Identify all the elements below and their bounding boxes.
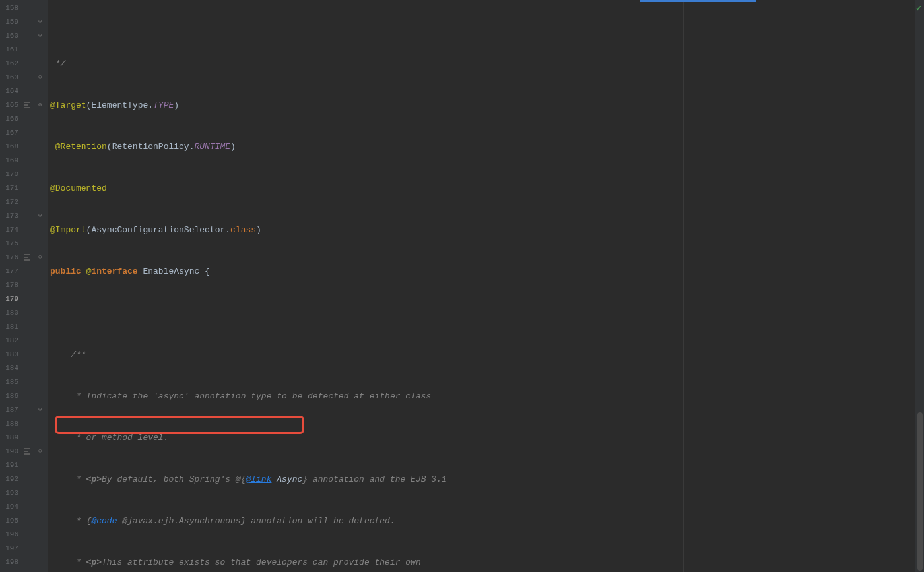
line-number[interactable]: 169 [0, 154, 18, 168]
scrollbar-thumb[interactable] [917, 412, 923, 571]
annotation: @Retention [50, 142, 107, 152]
line-number[interactable]: 179 [0, 292, 18, 306]
line-number[interactable]: 195 [0, 514, 18, 528]
line-number[interactable]: 181 [0, 320, 18, 334]
line-number[interactable]: 183 [0, 348, 18, 362]
line-number[interactable]: 196 [0, 528, 18, 542]
annotations-gutter[interactable] [22, 0, 37, 572]
annotation: @Documented [50, 183, 107, 193]
line-number[interactable]: 163 [0, 71, 18, 84]
line-number[interactable]: 184 [0, 362, 18, 375]
fold-toggle-icon[interactable]: ⊖ [38, 102, 45, 108]
line-number[interactable]: 187 [0, 403, 18, 417]
line-number[interactable]: 170 [0, 168, 18, 181]
line-number[interactable]: 198 [0, 556, 18, 569]
line-number-gutter[interactable]: 1581591601611621631641651661671681691701… [0, 0, 22, 572]
line-number[interactable]: 176 [0, 251, 18, 265]
fold-toggle-icon[interactable]: ⊖ [38, 18, 45, 25]
line-number[interactable]: 172 [0, 195, 18, 209]
line-number[interactable]: 168 [0, 140, 18, 154]
fold-toggle-icon[interactable]: ⊖ [38, 406, 45, 413]
line-number[interactable]: 158 [0, 1, 18, 15]
line-number[interactable]: 162 [0, 57, 18, 71]
line-number[interactable]: 190 [0, 445, 18, 459]
code-text: */ [50, 59, 65, 69]
line-number[interactable]: 193 [0, 486, 18, 500]
line-number[interactable]: 189 [0, 431, 18, 445]
fold-toggle-icon[interactable]: ⊖ [38, 254, 45, 261]
line-number[interactable]: 160 [0, 29, 18, 43]
annotation: @Target [50, 100, 86, 110]
line-number[interactable]: 174 [0, 223, 18, 237]
inspection-ok-icon[interactable]: ✔ [916, 3, 921, 13]
line-number[interactable]: 164 [0, 84, 18, 98]
line-number[interactable]: 191 [0, 459, 18, 472]
fold-toggle-icon[interactable]: ⊖ [38, 212, 45, 219]
line-number[interactable]: 188 [0, 417, 18, 431]
line-number[interactable]: 165 [0, 98, 18, 112]
error-stripe[interactable]: ✔ [915, 0, 924, 572]
line-number[interactable]: 166 [0, 112, 18, 126]
line-number[interactable]: 171 [0, 181, 18, 195]
line-number[interactable]: 180 [0, 306, 18, 320]
intention-hint-icon[interactable] [24, 102, 33, 110]
interface-name: EnableAsync [143, 267, 199, 276]
line-number[interactable]: 167 [0, 126, 18, 140]
code-area[interactable]: */ @Target(ElementType.TYPE) @Retention(… [48, 0, 924, 572]
line-number[interactable]: 175 [0, 237, 18, 251]
folding-gutter[interactable]: ⊖⊖⊖⊖⊖⊖⊖⊖ [37, 0, 48, 572]
line-number[interactable]: 194 [0, 500, 18, 514]
line-number[interactable]: 192 [0, 472, 18, 486]
line-number[interactable]: 182 [0, 334, 18, 348]
line-number[interactable]: 173 [0, 209, 18, 223]
tab-indicator [640, 0, 756, 2]
line-number[interactable]: 159 [0, 15, 18, 29]
javadoc-link[interactable]: @code [91, 516, 117, 526]
line-number[interactable]: 186 [0, 389, 18, 403]
fold-toggle-icon[interactable]: ⊖ [38, 74, 45, 80]
line-number[interactable]: 185 [0, 375, 18, 389]
annotation: @Import [50, 225, 86, 235]
fold-toggle-icon[interactable]: ⊖ [38, 32, 45, 39]
intention-hint-icon[interactable] [24, 448, 33, 456]
code-editor: 1581591601611621631641651661671681691701… [0, 0, 924, 572]
line-number[interactable]: 161 [0, 43, 18, 57]
line-number[interactable]: 178 [0, 278, 18, 292]
javadoc-link[interactable]: @link [246, 474, 271, 484]
fold-toggle-icon[interactable]: ⊖ [38, 448, 45, 455]
intention-hint-icon[interactable] [24, 254, 33, 262]
line-number[interactable]: 197 [0, 542, 18, 556]
line-number[interactable]: 177 [0, 265, 18, 278]
